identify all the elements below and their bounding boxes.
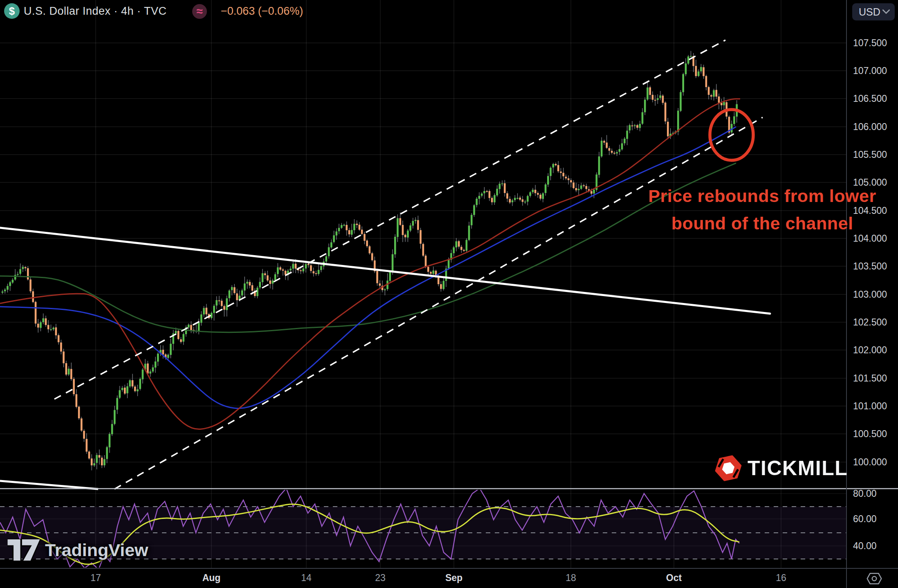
price-axis-label: 105.500: [853, 149, 887, 160]
settings-icon[interactable]: [866, 572, 882, 585]
price-axis-label: 100.000: [853, 456, 887, 468]
price-axis-label: 60.00: [853, 513, 877, 525]
price-axis-label: 80.00: [853, 488, 877, 499]
price-axis-label: 107.000: [853, 65, 887, 76]
candles-layer: [2, 51, 738, 471]
annotation-line-1: Price rebounds from lower: [635, 182, 889, 210]
price-axis-label: 100.500: [853, 428, 887, 440]
price-axis-label: 102.000: [853, 344, 887, 356]
time-axis-label: Aug: [202, 572, 221, 584]
ma-fast-red-line: [0, 99, 740, 429]
ma-slow-green-line: [0, 163, 736, 332]
lower-channel-line[interactable]: [114, 117, 763, 489]
price-axis-label: 107.500: [853, 37, 887, 49]
grid-layer: [0, 0, 846, 568]
tradingview-logo[interactable]: TradingView: [7, 539, 148, 561]
tradingview-logo-icon: [7, 539, 40, 561]
moving-averages-layer: [0, 99, 740, 429]
upper-channel-line[interactable]: [54, 40, 725, 399]
price-axis-label: 102.500: [853, 316, 887, 328]
price-axis-label: 106.500: [853, 93, 887, 104]
price-axis-label: 40.00: [853, 540, 877, 552]
price-axis-label: 103.000: [853, 289, 887, 300]
time-axis[interactable]: 17Aug1423Sep18Oct16: [0, 569, 898, 588]
price-axis-label: 101.000: [853, 400, 887, 412]
tickmill-logo-icon: [715, 455, 742, 482]
chart-canvas[interactable]: [0, 0, 898, 588]
price-axis-label: 106.000: [853, 121, 887, 132]
annotation-line-2: bound of the channel: [635, 210, 889, 237]
price-axis-label: 101.500: [853, 373, 887, 384]
time-axis-label: 17: [90, 572, 101, 584]
time-axis-label: Sep: [445, 572, 462, 584]
currency-label: USD: [859, 6, 880, 18]
tradingview-chart-window: $ U.S. Dollar Index · 4h · TVC ≈ −0.063 …: [0, 0, 898, 588]
tradingview-wordmark: TradingView: [45, 540, 148, 560]
ma-mid-blue-line: [0, 127, 736, 408]
time-axis-label: 16: [776, 572, 786, 584]
tickmill-watermark: TICKMILL: [715, 455, 848, 482]
time-axis-label: 23: [375, 572, 386, 584]
descending-trendline[interactable]: [0, 228, 770, 314]
annotation-text: Price rebounds from lower bound of the c…: [635, 182, 889, 237]
time-axis-label: Oct: [666, 572, 682, 584]
price-axis-label: 103.500: [853, 260, 887, 272]
time-axis-label: 18: [566, 572, 576, 584]
currency-dropdown[interactable]: USD: [852, 3, 895, 20]
price-axis[interactable]: 107.500107.000106.500106.000105.500105.0…: [847, 0, 898, 568]
time-axis-label: 14: [301, 572, 312, 584]
tickmill-wordmark: TICKMILL: [748, 456, 848, 480]
chevron-down-icon: [882, 9, 890, 14]
support-trendline[interactable]: [0, 481, 98, 489]
